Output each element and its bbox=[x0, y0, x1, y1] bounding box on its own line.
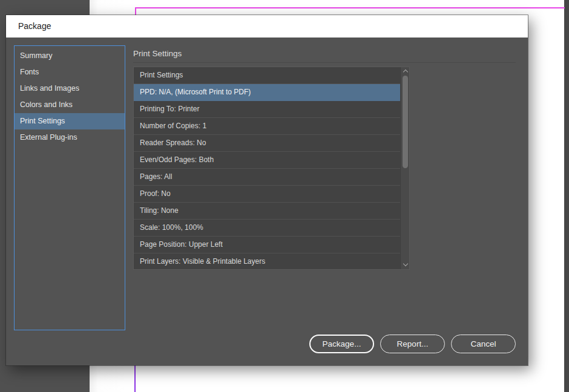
panel-heading: Print Settings bbox=[133, 49, 182, 58]
dialog-actions: Package... Report... Cancel bbox=[309, 335, 516, 353]
dialog-titlebar[interactable]: Package bbox=[6, 15, 528, 38]
scrollbar[interactable] bbox=[400, 67, 409, 269]
dialog-button[interactable]: Package... bbox=[309, 335, 374, 353]
sidebar-item[interactable]: External Plug-ins bbox=[15, 129, 125, 146]
dialog-body: Summary Fonts Links and Images Colors an… bbox=[6, 38, 528, 365]
heading-divider bbox=[133, 62, 516, 63]
settings-row[interactable]: Scale: 100%, 100% bbox=[134, 220, 400, 237]
settings-row[interactable]: Number of Copies: 1 bbox=[134, 118, 400, 135]
dialog-button[interactable]: Cancel bbox=[451, 335, 516, 353]
sidebar-item[interactable]: Print Settings bbox=[15, 113, 125, 129]
sidebar-item[interactable]: Colors and Inks bbox=[15, 97, 125, 113]
column-guide-vertical bbox=[134, 365, 136, 392]
package-dialog: Package Summary Fonts Links and Images C… bbox=[6, 15, 528, 365]
settings-rows: Print Settings PPD: N/A, (Microsoft Prin… bbox=[134, 67, 400, 269]
settings-listbox: Print Settings PPD: N/A, (Microsoft Prin… bbox=[133, 67, 410, 270]
settings-row[interactable]: Printing To: Printer bbox=[134, 101, 400, 118]
sidebar-item[interactable]: Summary bbox=[15, 48, 125, 64]
scroll-down-icon[interactable] bbox=[403, 262, 408, 267]
settings-row[interactable]: PPD: N/A, (Microsoft Print to PDF) bbox=[134, 84, 400, 101]
scroll-up-icon[interactable] bbox=[403, 69, 408, 74]
settings-row[interactable]: Tiling: None bbox=[134, 203, 400, 220]
category-sidebar: Summary Fonts Links and Images Colors an… bbox=[14, 45, 125, 330]
settings-row[interactable]: Print Settings bbox=[134, 67, 400, 84]
settings-row[interactable]: Even/Odd Pages: Both bbox=[134, 152, 400, 169]
settings-row[interactable]: Reader Spreads: No bbox=[134, 135, 400, 152]
margin-guide-vertical bbox=[135, 7, 136, 16]
indesign-workspace: Package Summary Fonts Links and Images C… bbox=[0, 0, 569, 392]
settings-row[interactable]: Proof: No bbox=[134, 186, 400, 203]
panel-dock-edge bbox=[564, 0, 569, 392]
dialog-title: Package bbox=[18, 21, 51, 31]
margin-guide-horizontal bbox=[135, 7, 565, 8]
sidebar-item[interactable]: Links and Images bbox=[15, 80, 125, 97]
sidebar-item[interactable]: Fonts bbox=[15, 64, 125, 80]
scrollbar-thumb[interactable] bbox=[403, 76, 408, 168]
dialog-button[interactable]: Report... bbox=[380, 335, 445, 353]
settings-row[interactable]: Print Layers: Visible & Printable Layers bbox=[134, 253, 400, 270]
settings-row[interactable]: Pages: All bbox=[134, 169, 400, 186]
settings-row[interactable]: Page Position: Upper Left bbox=[134, 237, 400, 253]
